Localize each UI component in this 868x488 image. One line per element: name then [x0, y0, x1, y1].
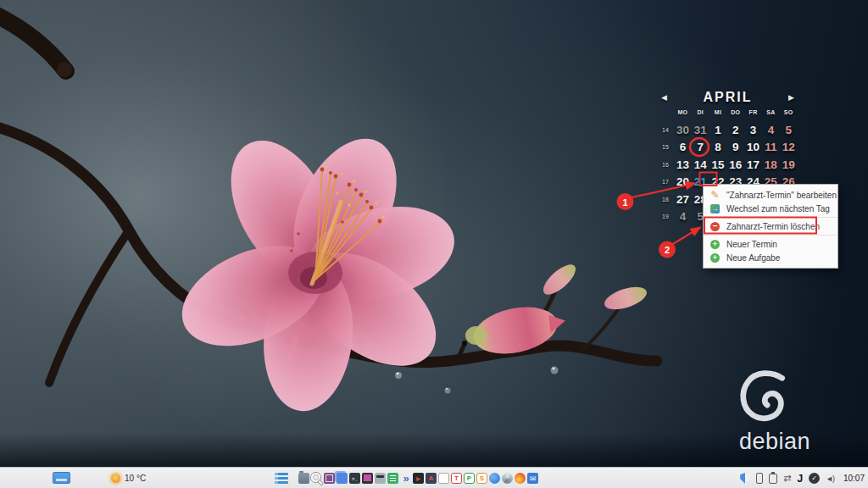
text-editor-icon[interactable] — [387, 473, 398, 484]
add-icon — [710, 240, 720, 249]
app-p-icon[interactable]: P — [464, 473, 475, 484]
debian-swirl-icon — [736, 369, 790, 430]
menu-separator — [704, 235, 837, 236]
calendar-day[interactable]: 27 — [674, 193, 692, 206]
week-number: 18 — [657, 197, 674, 202]
calendar-day[interactable]: 11 — [762, 141, 780, 153]
screenshot-tool-icon[interactable] — [324, 473, 335, 484]
phone-icon[interactable] — [756, 473, 763, 484]
calendar-header: ◀ APRIL ▶ — [657, 88, 798, 107]
calendar-week-row: 156789101112 — [657, 139, 798, 157]
calendar-prev-button[interactable]: ◀ — [661, 93, 667, 102]
window-button[interactable] — [53, 472, 70, 484]
week-number: 16 — [657, 162, 674, 168]
app-s-icon[interactable]: S — [476, 473, 487, 484]
calendar-day[interactable]: 8 — [709, 141, 727, 153]
weather-widget[interactable]: 10 °C — [111, 468, 146, 488]
week-number: 19 — [657, 214, 674, 219]
calendar-context-menu: "Zahnarzt-Termin" bearbeitenWechsel zum … — [703, 184, 838, 269]
calendar-day[interactable]: 4 — [762, 124, 780, 136]
check-badge-icon[interactable] — [809, 473, 820, 484]
week-number: 15 — [657, 144, 674, 150]
temperature-label: 10 °C — [125, 474, 146, 483]
menu-item[interactable]: Wechsel zum nächsten Tag — [704, 202, 837, 215]
water-droplets — [395, 367, 559, 394]
weekday-header: FR — [744, 109, 762, 115]
menu-separator — [704, 217, 837, 218]
menu-item-label: Zahnarzt-Termin löschen — [726, 222, 820, 231]
calendar-day[interactable]: 12 — [780, 141, 798, 153]
link-icon[interactable] — [783, 473, 791, 484]
weekday-header: MI — [709, 109, 727, 115]
calendar-day[interactable]: 9 — [726, 141, 744, 153]
add-icon — [710, 253, 720, 263]
mail-icon[interactable]: ✉ — [527, 473, 538, 484]
calendar-day[interactable]: 30 — [674, 124, 692, 136]
browser-gray-icon[interactable] — [502, 473, 513, 484]
calendar-day[interactable]: 18 — [762, 158, 780, 171]
calendar-day[interactable]: 4 — [674, 210, 692, 223]
documents-icon[interactable] — [438, 473, 449, 484]
delete-icon — [710, 222, 720, 231]
calendar-next-button[interactable]: ▶ — [788, 93, 794, 102]
calendar-day[interactable]: 20 — [674, 175, 692, 188]
calendar-day[interactable]: 10 — [744, 141, 762, 153]
menu-item[interactable]: "Zahnarzt-Termin" bearbeiten — [704, 188, 837, 202]
clock-label[interactable]: 10:07 — [843, 474, 865, 483]
menu-item[interactable]: Neuer Termin — [704, 237, 837, 251]
file-manager-icon[interactable] — [298, 473, 309, 484]
calendar-day[interactable]: 16 — [726, 158, 744, 171]
calendar-day[interactable]: 5 — [780, 124, 798, 136]
calendar-weekday-row: MODIMIDOFRSASO — [657, 107, 798, 118]
screen: debian ◀ APRIL ▶ MODIMIDOFRSASO 14303112… — [0, 0, 868, 488]
week-number: 17 — [657, 179, 674, 185]
calendar-day[interactable]: 14 — [692, 158, 709, 171]
weekday-header: DO — [726, 109, 744, 115]
terminal-icon[interactable]: >_ — [349, 473, 360, 484]
flower — [167, 122, 465, 415]
menu-item[interactable]: Zahnarzt-Termin löschen — [704, 219, 837, 233]
edit-icon — [710, 191, 720, 200]
calendar-week-row: 14303112345 — [657, 121, 798, 139]
menu-item[interactable]: Neue Aufgabe — [704, 251, 837, 264]
weekday-header: SA — [762, 109, 780, 115]
calendar-day[interactable]: 13 — [674, 158, 692, 171]
search-icon[interactable] — [311, 473, 322, 484]
calendar-day[interactable]: 2 — [726, 124, 744, 136]
calendar-month-title: APRIL — [667, 90, 788, 105]
calendar-day[interactable]: 3 — [744, 124, 762, 136]
app-t-icon[interactable]: T — [451, 473, 462, 484]
sun-icon — [111, 474, 120, 483]
calendar-day[interactable]: 1 — [709, 124, 727, 136]
taskbar: 10 °C >_»▶ATPS✉ J10:07 — [0, 467, 868, 488]
branch-cut-end — [57, 62, 72, 77]
browser-blue-icon[interactable] — [489, 473, 500, 484]
window-switcher-icon[interactable] — [337, 473, 348, 484]
app-j-icon[interactable]: J — [797, 473, 803, 485]
volume-icon[interactable] — [826, 474, 834, 483]
task-list-icon[interactable] — [275, 473, 288, 484]
calendar-day[interactable]: 15 — [709, 158, 727, 171]
media-player-icon[interactable]: ▶ — [413, 473, 424, 484]
branch-stub — [0, 14, 66, 71]
calendar-day[interactable]: 7 — [692, 141, 709, 153]
debian-label: debian — [739, 429, 846, 455]
clipboard-icon[interactable] — [769, 474, 777, 484]
display-settings-icon[interactable] — [362, 473, 373, 484]
system-tool-icon[interactable] — [375, 473, 386, 484]
security-shield-icon[interactable] — [740, 473, 750, 484]
code-editor-icon[interactable]: » — [400, 473, 411, 484]
goto-icon — [710, 204, 720, 214]
pdf-reader-icon[interactable]: A — [426, 473, 437, 484]
firefox-icon[interactable] — [515, 473, 526, 484]
calendar-day[interactable]: 17 — [744, 158, 762, 171]
menu-item-label: Wechsel zum nächsten Tag — [726, 204, 830, 214]
weekday-header: DI — [692, 109, 709, 115]
taskbar-app-icons: >_»▶ATPS✉ — [298, 468, 538, 488]
calendar-week-row: 1613141516171819 — [657, 156, 798, 174]
calendar-day[interactable]: 31 — [692, 124, 709, 136]
calendar-day[interactable]: 6 — [674, 141, 692, 153]
weekday-header: SO — [780, 109, 798, 115]
calendar-day[interactable]: 19 — [780, 158, 798, 171]
branch-fork — [49, 230, 129, 383]
